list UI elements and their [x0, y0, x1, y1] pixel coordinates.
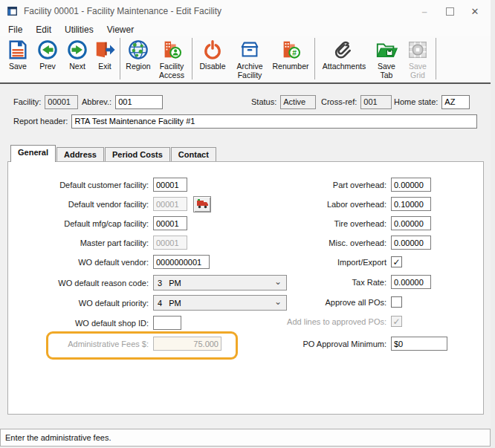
add-lines-approved-pos-row: Add lines to approved POs: ✓ — [245, 314, 402, 329]
default-customer-facility-input[interactable] — [153, 178, 187, 192]
menu-utilities[interactable]: Utilities — [58, 25, 100, 35]
default-customer-facility-row: Default customer facility: — [30, 177, 187, 192]
tab-strip: General Address Period Costs Contact — [10, 146, 217, 162]
archive-box-icon — [239, 39, 261, 61]
menu-file[interactable]: File — [1, 25, 29, 35]
import-export-checkbox[interactable]: ✓ — [391, 256, 402, 267]
part-overhead-input[interactable] — [391, 178, 431, 192]
tire-overhead-row: Tire overhead: — [245, 215, 431, 231]
labor-overhead-row: Labor overhead: — [245, 196, 431, 212]
status-label: Status: — [251, 97, 276, 106]
labor-overhead-input[interactable] — [391, 197, 431, 211]
check-icon: ✓ — [392, 317, 400, 326]
save-grid-icon — [407, 39, 429, 61]
vendor-facility-lookup-button[interactable] — [193, 196, 211, 212]
renumber-icon: # — [279, 39, 302, 61]
default-vendor-facility-row: Default vendor facility: — [30, 196, 211, 212]
next-arrow-icon — [66, 39, 88, 61]
attachments-button[interactable]: Attachments — [317, 36, 371, 81]
status-field-group: Status: — [251, 94, 316, 109]
po-approval-minimum-input[interactable] — [391, 337, 447, 351]
close-button[interactable]: ✕ — [462, 0, 488, 22]
status-bar-text: Enter the administrative fees. — [1, 433, 111, 442]
home-state-field-group: Home state: — [394, 94, 470, 109]
home-state-input[interactable] — [441, 95, 470, 109]
globe-icon — [127, 39, 149, 61]
report-header-label: Report header: — [13, 117, 68, 126]
facility-access-icon — [161, 39, 183, 61]
window-controls: – ✕ — [412, 0, 488, 22]
save-button[interactable]: Save — [3, 36, 33, 81]
save-tab-folder-icon — [375, 39, 398, 61]
wo-default-shop-id-row: WO default shop ID: — [30, 315, 181, 331]
facility-access-button[interactable]: Facility Access — [154, 36, 190, 81]
window-title: Facility 00001 - Facility Maintenance - … — [24, 6, 221, 16]
wo-default-shop-id-input[interactable] — [153, 316, 181, 330]
abbrev-field-group: Abbrev.: — [82, 94, 163, 109]
default-mfg-cap-facility-input[interactable] — [153, 216, 187, 230]
add-lines-approved-pos-checkbox: ✓ — [391, 316, 402, 327]
facility-label: Facility: — [13, 97, 41, 106]
abbrev-input[interactable] — [115, 95, 163, 109]
region-button[interactable]: Region — [123, 36, 154, 81]
default-mfg-cap-facility-row: Default mfg/cap facility: — [30, 215, 187, 231]
status-bar: Enter the administrative fees. — [0, 429, 491, 447]
screen-edge — [491, 0, 495, 448]
facility-edit-window: Facility 00001 - Facility Maintenance - … — [0, 0, 491, 448]
tax-rate-input[interactable] — [391, 275, 431, 289]
tab-general[interactable]: General — [10, 145, 56, 162]
save-floppy-icon — [7, 39, 29, 61]
exit-door-icon — [94, 39, 116, 61]
po-approval-minimum-row: PO Approval Minimum: — [245, 336, 447, 351]
status-input[interactable] — [280, 95, 316, 109]
import-export-row: Import/Export ✓ — [245, 254, 402, 270]
administrative-fees-input[interactable] — [153, 337, 221, 351]
tab-period-costs[interactable]: Period Costs — [105, 147, 170, 162]
menu-edit[interactable]: Edit — [29, 25, 58, 35]
tab-contact[interactable]: Contact — [171, 147, 216, 162]
prev-button[interactable]: Prev — [33, 36, 62, 81]
save-grid-button: Save Grid — [402, 36, 433, 81]
wo-default-vendor-row: WO default vendor: — [30, 254, 210, 270]
minimize-button[interactable]: – — [412, 0, 437, 22]
archive-facility-button[interactable]: Archive Facility — [230, 36, 269, 81]
exit-button[interactable]: Exit — [92, 36, 117, 81]
facility-input[interactable] — [45, 95, 78, 109]
default-vendor-facility-input[interactable] — [153, 197, 187, 211]
report-header-field-group: Report header: — [13, 114, 477, 129]
svg-text:#: # — [292, 49, 297, 57]
toolbar-separator — [436, 38, 436, 79]
toolbar-separator — [314, 38, 315, 79]
vendor-lookup-truck-icon — [196, 198, 209, 210]
prev-arrow-icon — [36, 39, 59, 61]
home-state-label: Home state: — [394, 97, 438, 106]
toolbar-separator — [120, 38, 120, 79]
next-button[interactable]: Next — [62, 36, 92, 81]
approve-all-pos-row: Approve all POs: ✓ — [245, 294, 402, 310]
title-bar: Facility 00001 - Facility Maintenance - … — [0, 0, 491, 22]
maximize-icon — [446, 7, 454, 16]
cross-ref-input[interactable] — [360, 95, 392, 109]
wo-default-vendor-input[interactable] — [153, 255, 210, 269]
renumber-button[interactable]: # Renumber — [269, 36, 312, 81]
cross-ref-field-group: Cross-ref: — [321, 94, 392, 109]
approve-all-pos-checkbox[interactable]: ✓ — [391, 296, 402, 308]
facility-field-group: Facility: — [13, 94, 78, 109]
app-window-icon — [7, 6, 18, 16]
save-tab-button[interactable]: Save Tab — [371, 36, 402, 81]
toolbar: Save Prev Next Exit — [0, 36, 491, 84]
tire-overhead-input[interactable] — [391, 216, 431, 230]
power-disable-icon — [201, 39, 224, 61]
check-icon: ✓ — [392, 258, 400, 267]
master-part-facility-row: Master part facility: — [30, 235, 187, 250]
menu-viewer[interactable]: Viewer — [100, 25, 140, 35]
disable-button[interactable]: Disable — [195, 36, 230, 81]
menu-bar: File Edit Utilities Viewer — [0, 22, 492, 36]
toolbar-separator — [192, 38, 192, 79]
report-header-input[interactable] — [71, 114, 477, 129]
abbrev-label: Abbrev.: — [82, 97, 111, 106]
tab-address[interactable]: Address — [56, 147, 104, 162]
master-part-facility-input[interactable] — [153, 236, 187, 250]
misc-overhead-input[interactable] — [391, 236, 431, 250]
maximize-button[interactable] — [437, 0, 462, 22]
